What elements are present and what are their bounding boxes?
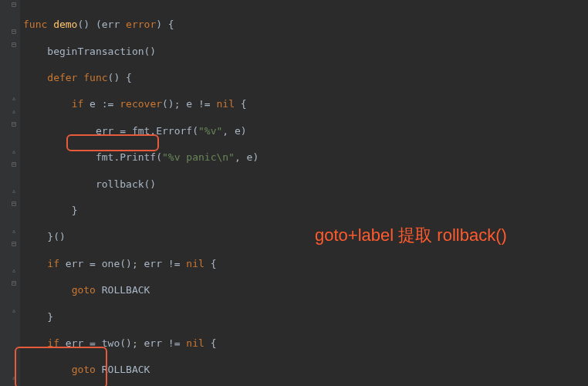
editor-gutter: ⊟ ⊟ ⊟ ▵ ▵ ⊟ ▵ ⊟ ▵ ⊟ ▵ ⊟ ▵ ⊟ ▵ ▵ <box>0 0 20 386</box>
fold-close-icon[interactable]: ▵ <box>12 147 19 154</box>
fold-close-icon[interactable]: ▵ <box>12 94 19 101</box>
fold-toggle-icon[interactable]: ⊟ <box>12 120 19 127</box>
fold-toggle-icon[interactable]: ⊟ <box>12 1 19 8</box>
code-line: } <box>23 310 259 323</box>
fold-toggle-icon[interactable]: ⊟ <box>12 28 19 35</box>
fold-toggle-icon[interactable]: ⊟ <box>12 240 19 247</box>
fold-toggle-icon[interactable]: ⊟ <box>12 279 19 286</box>
code-line: func demo() (err error) { <box>23 18 259 31</box>
fold-close-icon[interactable]: ▵ <box>12 227 19 234</box>
fold-toggle-icon[interactable]: ⊟ <box>12 200 19 207</box>
fold-close-icon[interactable]: ▵ <box>12 266 19 273</box>
fold-toggle-icon[interactable]: ⊟ <box>12 41 19 48</box>
code-line: goto ROLLBACK <box>23 363 259 376</box>
code-line: } <box>23 204 259 217</box>
code-line: rollback() <box>23 178 259 191</box>
code-line: goto ROLLBACK <box>23 283 259 296</box>
code-line: }() <box>23 230 259 243</box>
code-line: beginTransaction() <box>23 45 259 58</box>
fold-close-icon[interactable]: ▵ <box>12 107 19 114</box>
fold-toggle-icon[interactable]: ⊟ <box>12 161 19 168</box>
code-line: if err = two(); err != nil { <box>23 337 259 350</box>
fold-close-icon[interactable]: ▵ <box>12 306 19 313</box>
code-line: fmt.Printf("%v panic\n", e) <box>23 151 259 164</box>
code-editor[interactable]: func demo() (err error) { beginTransacti… <box>23 5 259 386</box>
code-line: if e := recover(); e != nil { <box>23 97 259 110</box>
code-line: if err = one(); err != nil { <box>23 257 259 270</box>
fold-close-icon[interactable]: ▵ <box>12 187 19 194</box>
code-line: err = fmt.Errorf("%v", e) <box>23 124 259 137</box>
annotation-text: goto+label 提取 rollback() <box>315 224 507 247</box>
fold-close-icon[interactable]: ▵ <box>12 374 19 381</box>
code-line: defer func() { <box>23 71 259 84</box>
